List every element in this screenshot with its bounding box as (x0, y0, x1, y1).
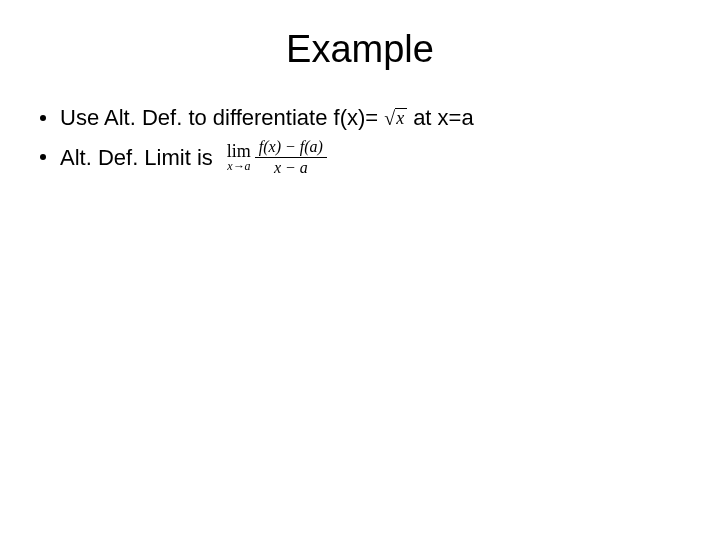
bullet-icon (40, 115, 46, 121)
bullet-item-1: Use Alt. Def. to differentiate f(x)= √ x… (40, 101, 680, 134)
denominator: x − a (270, 158, 312, 177)
lim-label: lim (227, 142, 251, 160)
bullet-text-tail: at x=a (413, 101, 474, 134)
bullet-text: Use Alt. Def. to differentiate f(x)= (60, 101, 378, 134)
bullet-item-2: Alt. Def. Limit is lim x→a f(x) − f(a) x… (40, 138, 680, 176)
limit-operator: lim x→a (227, 142, 251, 172)
lim-subscript: x→a (227, 160, 250, 172)
slide: Example Use Alt. Def. to differentiate f… (0, 0, 720, 540)
bullet-text: Alt. Def. Limit is (60, 141, 213, 174)
slide-title: Example (40, 28, 680, 71)
radicand: x (395, 108, 407, 127)
bullet-icon (40, 154, 46, 160)
radical-icon: √ (384, 103, 395, 133)
limit-expression: lim x→a f(x) − f(a) x − a (227, 138, 327, 176)
sqrt-expression: √ x (384, 103, 407, 133)
numerator: f(x) − f(a) (255, 138, 327, 158)
fraction: f(x) − f(a) x − a (255, 138, 327, 176)
bullet-list: Use Alt. Def. to differentiate f(x)= √ x… (40, 101, 680, 176)
